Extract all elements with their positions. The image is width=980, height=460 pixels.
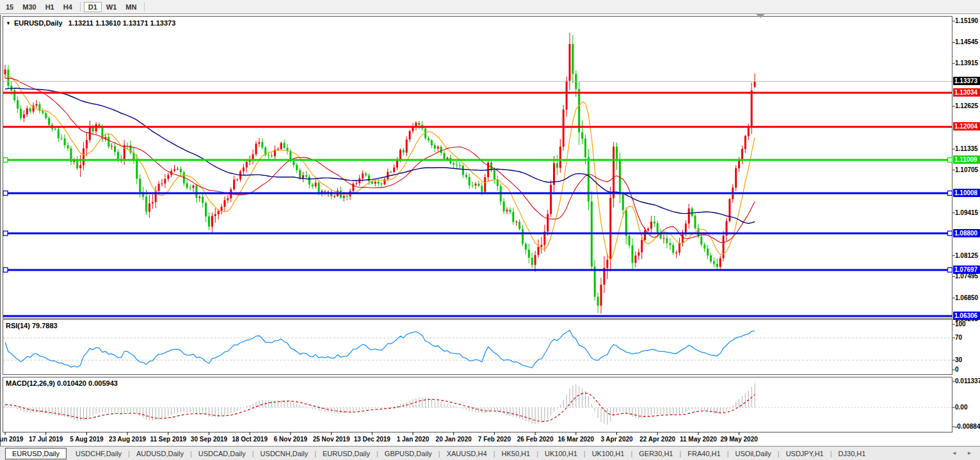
- date-tick-label: 6 Nov 2019: [268, 436, 314, 443]
- line-handle[interactable]: [948, 267, 952, 272]
- date-tick-label: 11 May 2020: [675, 436, 721, 443]
- date-tick-label: 13 Dec 2019: [349, 436, 395, 443]
- tab-eurusd-daily-5[interactable]: EURUSD,Daily: [317, 448, 376, 459]
- tab-ger30-h1-11[interactable]: GER30,H1: [633, 448, 679, 459]
- rsi-tick-label: 100: [955, 321, 966, 328]
- date-tick-label: 1 Jan 2020: [390, 436, 436, 443]
- tab-dj30-h1-15[interactable]: DJ30,H1: [833, 448, 872, 459]
- timeframe-button-M30[interactable]: M30: [18, 2, 40, 12]
- tab-hk50-h1-8[interactable]: HK50,H1: [496, 448, 536, 459]
- timeframe-button-MN[interactable]: MN: [121, 2, 141, 12]
- tab-scroll-arrows-icon[interactable]: ◂ ▸: [952, 449, 976, 456]
- rsi-tick-label: 70: [955, 334, 962, 342]
- timeframe-button-H4[interactable]: H4: [59, 2, 77, 12]
- date-tick-label: 22 Apr 2020: [634, 436, 680, 443]
- tab-uk100-h1-9[interactable]: UK100,H1: [539, 448, 583, 459]
- tab-usoil-daily-13[interactable]: USOil,Daily: [730, 448, 777, 459]
- rsi-tick-label: 30: [955, 356, 962, 364]
- current-price-badge: 1.13373: [953, 77, 980, 85]
- price-tick-label: 1.14545: [955, 38, 978, 46]
- price-tick-label: 1.06850: [955, 294, 978, 302]
- tab-usdcnh-daily-4[interactable]: USDCNH,Daily: [255, 448, 314, 459]
- tab-fra40-h1-12[interactable]: FRA40,H1: [682, 448, 726, 459]
- rsi-label: RSI(14) 79.7883: [6, 322, 58, 329]
- tab-usdjpy-h1-14[interactable]: USDJPY,H1: [780, 448, 830, 459]
- date-tick-label: 11 Sep 2019: [145, 436, 191, 443]
- tab-audusd-daily-2[interactable]: AUDUSD,Daily: [131, 448, 189, 459]
- date-tick-label: 23 Aug 2019: [104, 436, 150, 443]
- price-tick-label: 1.11335: [955, 145, 978, 153]
- mt4-window: 15M30H1H4D1W1MN ▼EURUSD,Daily1.13211 1.1…: [0, 0, 980, 460]
- macd-tick-label: -0.008848: [955, 423, 980, 431]
- price-tick-label: 1.12625: [955, 102, 978, 110]
- tab-gbpusd-daily-6[interactable]: GBPUSD,Daily: [379, 448, 438, 459]
- price-level-badge-1.13034: 1.13034: [953, 88, 980, 97]
- macd-tick-label: 0.00: [955, 404, 967, 411]
- chart-tab-bar: EURUSD,DailyUSDCHF,Daily|AUDUSD,Daily|US…: [0, 446, 980, 460]
- tab-usdchf-daily-1[interactable]: USDCHF,Daily: [70, 448, 127, 459]
- price-level-badge-1.07697: 1.07697: [953, 266, 980, 274]
- price-level-badge-1.06306: 1.06306: [953, 312, 980, 320]
- date-tick-label: 17 Jul 2019: [23, 436, 69, 443]
- toolbar-separator: [80, 2, 81, 12]
- line-handle[interactable]: [948, 157, 952, 162]
- price-tick-label: 1.15190: [955, 17, 978, 25]
- main-chart-panel: [3, 17, 952, 319]
- price-tick-label: 1.09415: [955, 209, 978, 217]
- tab-eurusd-daily-0[interactable]: EURUSD,Daily: [5, 448, 67, 459]
- rsi-tick-label: 0: [955, 366, 959, 374]
- timeframe-button-D1[interactable]: D1: [84, 2, 102, 12]
- price-tick-label: 1.10705: [955, 166, 978, 174]
- timeframe-toolbar: 15M30H1H4D1W1MN: [0, 0, 980, 14]
- line-handle[interactable]: [3, 157, 8, 162]
- timeframe-button-15[interactable]: 15: [1, 2, 18, 12]
- price-level-badge-1.12004: 1.12004: [953, 122, 980, 131]
- rsi-panel: [3, 320, 952, 375]
- symbol-dropdown-icon[interactable]: ▼: [6, 20, 11, 26]
- tab-usdcad-daily-3[interactable]: USDCAD,Daily: [193, 448, 252, 459]
- tab-uk100-h1-10[interactable]: UK100,H1: [586, 448, 631, 459]
- toolbar-separator: [144, 2, 145, 12]
- date-tick-label: 7 Feb 2020: [471, 436, 517, 443]
- date-tick-label: 20 Jan 2020: [431, 436, 477, 443]
- macd-panel: [3, 377, 952, 432]
- timeframe-button-H1[interactable]: H1: [41, 2, 59, 12]
- line-handle[interactable]: [948, 231, 952, 235]
- line-handle[interactable]: [3, 191, 8, 195]
- line-handle[interactable]: [3, 231, 8, 235]
- date-tick-label: 18 Oct 2019: [227, 436, 273, 443]
- price-level-badge-1.08800: 1.08800: [953, 229, 980, 237]
- price-tick-label: 1.13915: [955, 59, 978, 67]
- macd-label: MACD(12,26,9) 0.010420 0.005943: [6, 379, 118, 387]
- timeframe-button-W1[interactable]: W1: [102, 2, 122, 12]
- line-handle[interactable]: [948, 191, 952, 195]
- price-tick-label: 1.07495: [955, 273, 978, 280]
- date-tick-label: 26 Feb 2020: [512, 436, 558, 443]
- macd-tick-label: 0.011337: [955, 377, 980, 385]
- tab-xauusd-h4-7[interactable]: XAUUSD,H4: [441, 448, 493, 459]
- line-handle[interactable]: [3, 267, 8, 272]
- price-tick-label: 1.08125: [955, 252, 978, 260]
- date-tick-label: 30 Sep 2019: [186, 436, 232, 443]
- price-level-badge-1.10008: 1.10008: [953, 189, 980, 197]
- chart-ohlc-values: 1.13211 1.13610 1.13171 1.13373: [68, 19, 176, 27]
- price-level-badge-1.11009: 1.11009: [953, 155, 980, 164]
- date-tick-label: 29 May 2020: [716, 436, 762, 443]
- date-tick-label: 3 Apr 2020: [594, 436, 640, 443]
- date-tick-label: 16 Mar 2020: [553, 436, 599, 443]
- date-tick-label: 25 Nov 2019: [309, 436, 355, 443]
- chart-title: ▼EURUSD,Daily1.13211 1.13610 1.13171 1.1…: [6, 19, 175, 27]
- chart-symbol: EURUSD,Daily: [14, 19, 63, 27]
- date-tick-label: 5 Aug 2019: [63, 436, 109, 443]
- chart-canvas[interactable]: [0, 0, 980, 460]
